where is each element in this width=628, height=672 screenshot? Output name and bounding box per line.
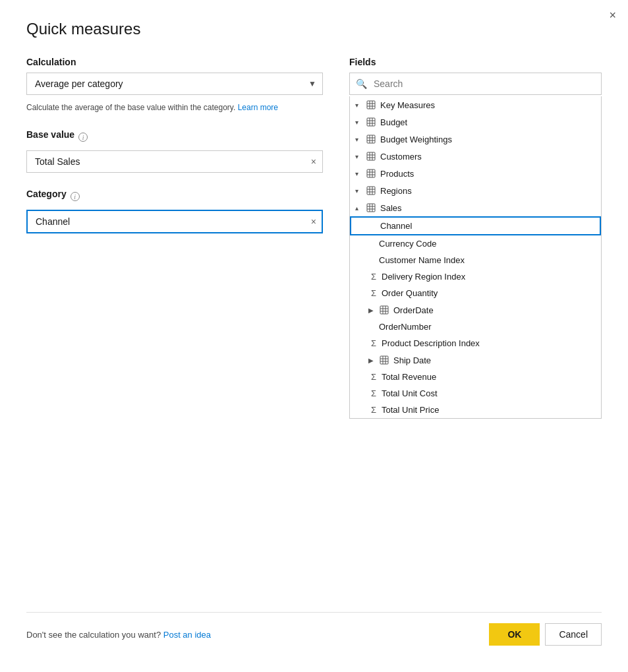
tree-item-ship-date[interactable]: ▶ Ship Date xyxy=(350,351,601,369)
chevron-icon: ▾ xyxy=(355,187,363,195)
category-label-row: Category i xyxy=(26,189,323,204)
tree-item-label: Customer Name Index xyxy=(379,255,596,265)
category-wrapper: × xyxy=(26,210,323,233)
tree-item-channel[interactable]: Channel xyxy=(350,216,601,235)
cancel-button[interactable]: Cancel xyxy=(545,623,602,646)
svg-rect-15 xyxy=(367,152,375,160)
fields-label: Fields xyxy=(349,57,602,67)
svg-rect-40 xyxy=(380,356,388,364)
bottom-bar: Don't see the calculation you want? Post… xyxy=(26,612,602,646)
svg-rect-20 xyxy=(367,169,375,177)
tree-item-currency-code[interactable]: Currency Code xyxy=(350,235,601,252)
button-row: OK Cancel xyxy=(489,623,602,646)
sigma-icon: Σ xyxy=(368,372,379,382)
calculation-dropdown-wrapper: Average per category ▼ xyxy=(26,73,323,95)
sigma-icon: Σ xyxy=(368,388,379,398)
table-icon xyxy=(366,134,376,144)
calc-description: Calculate the average of the base value … xyxy=(26,102,323,113)
tree-item-key-measures[interactable]: ▾ Key Measures xyxy=(350,96,601,113)
tree-item-customer-name-index[interactable]: Customer Name Index xyxy=(350,252,601,268)
table-icon xyxy=(379,305,389,315)
table-icon xyxy=(366,185,376,196)
base-value-clear-button[interactable]: × xyxy=(311,156,316,167)
calculation-dropdown[interactable]: Average per category xyxy=(26,73,323,95)
search-icon: 🔍 xyxy=(356,78,367,89)
base-value-wrapper: × xyxy=(26,150,323,173)
chevron-icon: ▾ xyxy=(355,102,363,109)
category-clear-button[interactable]: × xyxy=(311,216,316,227)
search-box-wrapper: 🔍 xyxy=(349,73,602,95)
table-icon xyxy=(366,117,376,127)
base-value-info-icon: i xyxy=(78,133,88,142)
learn-more-link[interactable]: Learn more xyxy=(238,103,278,112)
tree-item-label: Total Unit Price xyxy=(382,405,596,415)
svg-rect-10 xyxy=(367,135,375,143)
tree-item-label: Budget xyxy=(380,117,596,127)
sigma-icon: Σ xyxy=(368,288,379,298)
tree-item-delivery-region-index[interactable]: Σ Delivery Region Index xyxy=(350,268,601,285)
category-info-icon: i xyxy=(71,192,80,201)
table-icon xyxy=(379,355,389,365)
base-value-input[interactable] xyxy=(26,150,323,173)
tree-item-regions[interactable]: ▾ Regions xyxy=(350,182,601,199)
tree-item-label: Delivery Region Index xyxy=(382,272,596,282)
tree-item-product-description-index[interactable]: Σ Product Description Index xyxy=(350,335,601,351)
post-idea-link[interactable]: Post an idea xyxy=(163,630,211,640)
chevron-icon: ▶ xyxy=(368,307,376,314)
tree-item-budget-weightings[interactable]: ▾ Budget Weightings xyxy=(350,131,601,148)
left-column: Calculation Average per category ▼ Calcu… xyxy=(26,57,323,592)
svg-rect-0 xyxy=(367,101,375,109)
svg-rect-30 xyxy=(367,204,375,212)
tree-item-label: Product Description Index xyxy=(382,338,596,348)
chevron-icon: ▾ xyxy=(355,119,363,126)
dialog-title: Quick measures xyxy=(26,20,602,38)
base-value-label: Base value xyxy=(26,129,74,140)
calculation-label: Calculation xyxy=(26,57,323,67)
tree-item-label: Currency Code xyxy=(379,239,596,249)
sigma-icon: Σ xyxy=(368,272,379,282)
ok-button[interactable]: OK xyxy=(489,623,540,646)
tree-item-label: Channel xyxy=(380,221,594,231)
chevron-icon: ▾ xyxy=(355,170,363,177)
table-icon xyxy=(366,151,376,162)
tree-item-total-unit-price[interactable]: Σ Total Unit Price xyxy=(350,402,601,418)
chevron-icon: ▴ xyxy=(355,204,363,212)
tree-item-label: Sales xyxy=(380,203,596,213)
search-input[interactable] xyxy=(349,73,602,95)
close-button[interactable]: × xyxy=(609,9,616,21)
category-input[interactable] xyxy=(26,210,323,233)
tree-item-total-unit-cost[interactable]: Σ Total Unit Cost xyxy=(350,385,601,402)
sigma-icon: Σ xyxy=(368,405,379,415)
tree-item-label: Products xyxy=(380,169,596,179)
tree-item-label: Key Measures xyxy=(380,100,596,110)
tree-item-sales[interactable]: ▴ Sales xyxy=(350,199,601,216)
tree-item-label: OrderNumber xyxy=(379,322,596,332)
tree-item-label: OrderDate xyxy=(393,305,596,315)
svg-rect-25 xyxy=(367,187,375,195)
tree-item-products[interactable]: ▾ Products xyxy=(350,165,601,182)
footer-hint: Don't see the calculation you want? Post… xyxy=(26,630,211,640)
tree-item-budget[interactable]: ▾ Budget xyxy=(350,113,601,131)
table-icon xyxy=(366,100,376,110)
tree-item-order-date[interactable]: ▶ OrderDate xyxy=(350,301,601,319)
tree-item-order-quantity[interactable]: Σ Order Quantity xyxy=(350,285,601,301)
table-icon xyxy=(366,168,376,179)
table-icon xyxy=(366,202,376,213)
tree-item-label: Budget Weightings xyxy=(380,135,596,144)
category-label: Category xyxy=(26,189,67,199)
chevron-icon: ▶ xyxy=(368,357,376,364)
tree-item-label: Total Unit Cost xyxy=(382,388,596,398)
fields-tree: ▾ Key Measures ▾ xyxy=(349,96,602,419)
tree-item-customers[interactable]: ▾ Customers xyxy=(350,148,601,165)
tree-item-label: Customers xyxy=(380,152,596,162)
tree-item-label: Ship Date xyxy=(393,355,596,365)
tree-item-label: Order Quantity xyxy=(382,288,596,298)
tree-item-total-revenue[interactable]: Σ Total Revenue xyxy=(350,369,601,385)
tree-item-label: Total Revenue xyxy=(382,372,596,382)
svg-rect-5 xyxy=(367,118,375,126)
tree-item-order-number[interactable]: OrderNumber xyxy=(350,319,601,335)
quick-measures-dialog: × Quick measures Calculation Average per… xyxy=(0,0,628,672)
sigma-icon: Σ xyxy=(368,338,379,348)
tree-item-label: Regions xyxy=(380,186,596,196)
chevron-icon: ▾ xyxy=(355,136,363,143)
